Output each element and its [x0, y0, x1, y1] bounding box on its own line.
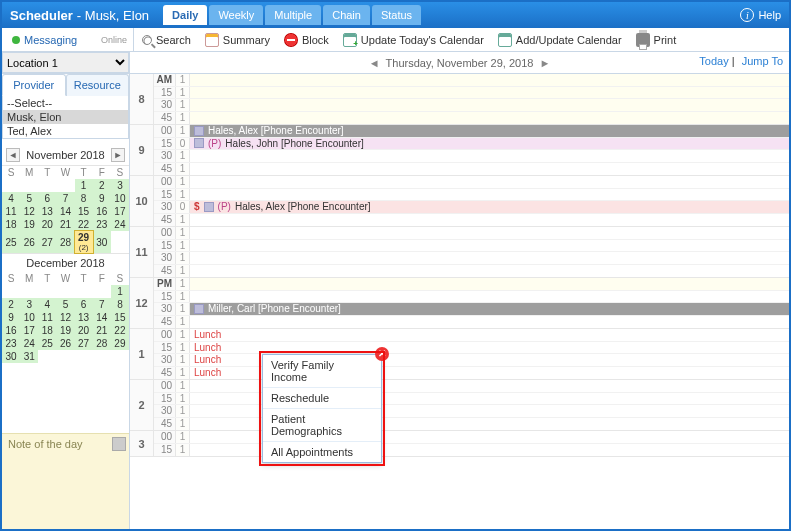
time-slot[interactable]: 001Lunch: [154, 329, 789, 342]
calendar-day[interactable]: 14: [56, 205, 74, 218]
ctx-all-appointments[interactable]: All Appointments: [263, 442, 381, 462]
update-today-button[interactable]: Update Today's Calendar: [337, 31, 490, 49]
summary-button[interactable]: Summary: [199, 31, 276, 49]
calendar-day[interactable]: 5: [20, 192, 38, 205]
calendar-day[interactable]: 18: [38, 324, 56, 337]
time-slot[interactable]: 001: [154, 380, 789, 393]
calendar-day[interactable]: 16: [2, 324, 20, 337]
calendar-day[interactable]: 8: [75, 192, 93, 205]
time-slot[interactable]: 301Miller, Carl [Phone Encounter]: [154, 303, 789, 316]
calendar-day[interactable]: 4: [2, 192, 20, 205]
date-prev-button[interactable]: ◄: [369, 57, 380, 69]
location-select[interactable]: Location 1: [2, 52, 129, 73]
block-button[interactable]: Block: [278, 31, 335, 49]
calendar-day[interactable]: 24: [20, 337, 38, 350]
calendar-day[interactable]: 30: [2, 350, 20, 363]
print-button[interactable]: Print: [630, 31, 683, 49]
calendar-day[interactable]: 21: [56, 218, 74, 231]
time-slot[interactable]: 451Lunch: [154, 367, 789, 380]
time-slot[interactable]: AM1: [154, 74, 789, 87]
calendar-day[interactable]: 11: [2, 205, 20, 218]
time-slot[interactable]: PM1: [154, 278, 789, 291]
tab-status[interactable]: Status: [372, 5, 421, 25]
calendar-day[interactable]: 13: [38, 205, 56, 218]
time-slot[interactable]: 001: [154, 431, 789, 444]
calendar-day[interactable]: 27: [38, 231, 56, 253]
ctx-reschedule[interactable]: Reschedule: [263, 388, 381, 409]
calendar-day[interactable]: 30: [93, 231, 111, 253]
note-of-day[interactable]: Note of the day: [2, 433, 129, 529]
month-next-button[interactable]: ►: [111, 148, 125, 162]
calendar-day[interactable]: 29: [111, 337, 129, 350]
time-slot[interactable]: 001: [154, 227, 789, 240]
schedule-grid[interactable]: 8AM11513014519001Hales, Alex [Phone Enco…: [130, 74, 789, 529]
sidebar-tab-provider[interactable]: Provider: [2, 74, 66, 96]
calendar-day[interactable]: 4: [38, 298, 56, 311]
calendar-day[interactable]: 17: [20, 324, 38, 337]
time-slot[interactable]: 301: [154, 99, 789, 112]
help-link[interactable]: i Help: [740, 8, 781, 22]
calendar-day[interactable]: 15: [111, 311, 129, 324]
search-button[interactable]: Search: [136, 32, 197, 48]
calendar-day[interactable]: 10: [20, 311, 38, 324]
month-prev-button[interactable]: ◄: [6, 148, 20, 162]
today-link[interactable]: Today: [699, 55, 728, 67]
provider-item[interactable]: Musk, Elon: [3, 110, 128, 124]
time-slot[interactable]: 151: [154, 240, 789, 253]
calendar-day[interactable]: 3: [111, 179, 129, 192]
calendar-day[interactable]: 28: [56, 231, 74, 253]
ctx-verify-family-income[interactable]: Verify Family Income: [263, 355, 381, 388]
calendar-day[interactable]: 31: [20, 350, 38, 363]
time-slot[interactable]: 151: [154, 291, 789, 304]
calendar-day[interactable]: 12: [56, 311, 74, 324]
calendar-day[interactable]: 20: [75, 324, 93, 337]
calendar-day[interactable]: 7: [93, 298, 111, 311]
calendar-day[interactable]: 3: [20, 298, 38, 311]
time-slot[interactable]: 451: [154, 112, 789, 125]
calendar-day[interactable]: 21: [93, 324, 111, 337]
provider-item[interactable]: Ted, Alex: [3, 124, 128, 138]
time-slot[interactable]: 301: [154, 150, 789, 163]
calendar-day[interactable]: 2: [93, 179, 111, 192]
time-slot[interactable]: 300$(P)Hales, Alex [Phone Encounter]: [154, 201, 789, 214]
calendar-day[interactable]: 16: [93, 205, 111, 218]
time-slot[interactable]: 151Lunch: [154, 342, 789, 355]
calendar-day[interactable]: 18: [2, 218, 20, 231]
time-slot[interactable]: 451: [154, 316, 789, 329]
time-slot[interactable]: 151: [154, 87, 789, 100]
calendar-day[interactable]: 12: [20, 205, 38, 218]
calendar-day[interactable]: 9: [93, 192, 111, 205]
calendar-day[interactable]: 1: [111, 285, 129, 298]
tab-weekly[interactable]: Weekly: [209, 5, 263, 25]
time-slot[interactable]: 451: [154, 163, 789, 176]
calendar-day[interactable]: 14: [93, 311, 111, 324]
calendar-day[interactable]: 27: [75, 337, 93, 350]
calendar-day[interactable]: 7: [56, 192, 74, 205]
calendar-day[interactable]: 1: [75, 179, 93, 192]
calendar-day[interactable]: 25: [38, 337, 56, 350]
calendar-day[interactable]: 23: [2, 337, 20, 350]
messaging-panel[interactable]: Messaging Online: [6, 28, 134, 51]
time-slot[interactable]: 001: [154, 176, 789, 189]
calendar-day[interactable]: 6: [38, 192, 56, 205]
tab-multiple[interactable]: Multiple: [265, 5, 321, 25]
calendar-day[interactable]: 25: [2, 231, 20, 253]
ctx-close-button[interactable]: ✕: [375, 347, 389, 361]
calendar-day[interactable]: 29(2): [75, 231, 93, 253]
calendar-day[interactable]: 17: [111, 205, 129, 218]
tab-chain[interactable]: Chain: [323, 5, 370, 25]
provider-item[interactable]: --Select--: [3, 96, 128, 110]
calendar-day[interactable]: 19: [20, 218, 38, 231]
time-slot[interactable]: 151: [154, 444, 789, 457]
jumpto-link[interactable]: Jump To: [742, 55, 783, 67]
mini-calendar-dec[interactable]: SMTWTFS123456789101112131415161718192021…: [2, 272, 129, 363]
time-slot[interactable]: 301: [154, 405, 789, 418]
tab-daily[interactable]: Daily: [163, 5, 207, 25]
calendar-day[interactable]: 5: [56, 298, 74, 311]
calendar-day[interactable]: 22: [111, 324, 129, 337]
date-next-button[interactable]: ►: [539, 57, 550, 69]
time-slot[interactable]: 150(P)Hales, John [Phone Encounter]: [154, 138, 789, 151]
calendar-day[interactable]: 19: [56, 324, 74, 337]
time-slot[interactable]: 151: [154, 393, 789, 406]
note-pin-icon[interactable]: [112, 437, 126, 451]
